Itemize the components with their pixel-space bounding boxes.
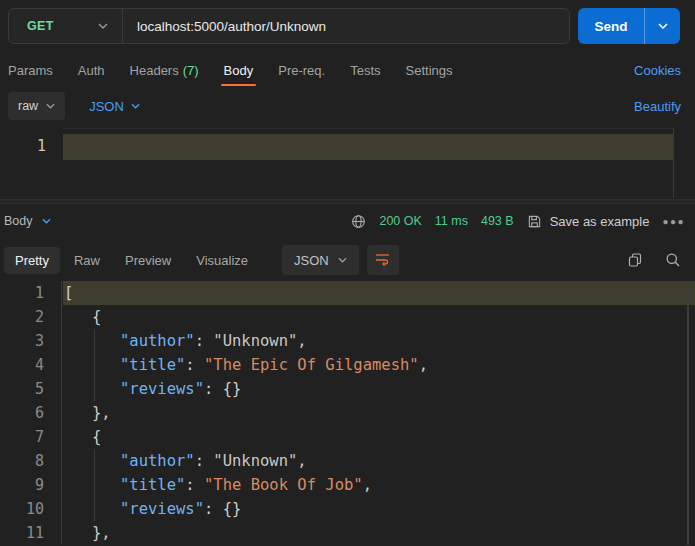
code-line: 7 { [0, 425, 695, 449]
response-time[interactable]: 11 ms [435, 214, 468, 228]
code-line: 3 "author": "Unknown", [0, 329, 695, 353]
code-line: 1[ [0, 281, 695, 305]
response-meta-bar: Body 200 OK 11 ms 493 B Save as e [0, 205, 695, 237]
line-number: 7 [0, 425, 62, 449]
request-body-editor[interactable]: 1 [0, 128, 695, 198]
editor-top-border [63, 128, 673, 129]
method-select[interactable]: GET [9, 9, 123, 43]
headers-count-badge: (7) [183, 63, 199, 78]
response-body-viewer[interactable]: 1[2 {3 "author": "Unknown",4 "title": "T… [0, 281, 695, 546]
cookies-link[interactable]: Cookies [634, 63, 681, 78]
chevron-down-icon [46, 103, 55, 109]
network-globe-icon[interactable] [351, 214, 366, 229]
response-code: 1[2 {3 "author": "Unknown",4 "title": "T… [0, 281, 695, 545]
line-number: 9 [0, 473, 62, 497]
line-number: 8 [0, 449, 62, 473]
send-button-group: Send [578, 8, 680, 44]
body-format-select[interactable]: raw [8, 92, 65, 120]
line-number: 2 [0, 305, 62, 329]
tab-settings[interactable]: Settings [406, 54, 453, 86]
response-tab-preview[interactable]: Preview [114, 247, 182, 274]
tab-tests[interactable]: Tests [350, 54, 380, 86]
tab-headers-label: Headers [130, 63, 179, 78]
save-icon [527, 214, 542, 229]
response-body-select[interactable]: Body [4, 214, 51, 228]
response-tab-pretty[interactable]: Pretty [4, 247, 60, 274]
tab-params[interactable]: Params [8, 54, 53, 86]
response-language-label: JSON [294, 253, 329, 268]
code-line: 4 "title": "The Epic Of Gilgamesh", [0, 353, 695, 377]
body-format-label: raw [18, 99, 38, 113]
send-button[interactable]: Send [578, 8, 644, 44]
url-input[interactable]: localhost:5000/author/Unknown [123, 19, 326, 34]
more-options-icon[interactable]: ●●● [662, 216, 685, 227]
response-body-label: Body [4, 214, 33, 228]
body-language-select[interactable]: JSON [89, 99, 140, 114]
body-toolbar: raw JSON Beautify [0, 90, 695, 122]
tab-body[interactable]: Body [224, 54, 254, 86]
code-line: 6 }, [0, 401, 695, 425]
line-number: 4 [0, 353, 62, 377]
search-icon[interactable] [665, 252, 681, 268]
line-number: 3 [0, 329, 62, 353]
line-number: 11 [0, 521, 62, 545]
line-number: 1 [0, 281, 62, 305]
save-as-example-label: Save as example [550, 214, 650, 229]
line-number: 5 [0, 377, 62, 401]
tab-headers[interactable]: Headers (7) [130, 54, 199, 86]
response-tab-raw[interactable]: Raw [63, 247, 111, 274]
wrap-text-icon [375, 252, 390, 269]
save-as-example-button[interactable]: Save as example [527, 214, 650, 229]
code-line: 11 }, [0, 521, 695, 545]
line-number: 10 [0, 497, 62, 521]
response-tab-visualize[interactable]: Visualize [185, 247, 259, 274]
send-options-button[interactable] [644, 8, 680, 44]
chevron-down-icon [42, 218, 51, 224]
chevron-down-icon [338, 257, 347, 263]
active-line-highlight [63, 134, 673, 160]
tab-pre-request[interactable]: Pre-req. [278, 54, 325, 86]
code-line: 9 "title": "The Book Of Job", [0, 473, 695, 497]
chevron-down-icon [98, 23, 108, 29]
response-size[interactable]: 493 B [481, 214, 514, 228]
code-line: 8 "author": "Unknown", [0, 449, 695, 473]
copy-icon[interactable] [627, 252, 643, 268]
chevron-down-icon [131, 103, 140, 109]
response-status[interactable]: 200 OK [379, 214, 421, 228]
beautify-link[interactable]: Beautify [634, 99, 681, 114]
line-number: 1 [0, 137, 46, 155]
wrap-text-button[interactable] [367, 245, 399, 275]
code-line: 2 { [0, 305, 695, 329]
response-scrollbar[interactable] [687, 283, 689, 545]
line-number: 6 [0, 401, 62, 425]
request-editor-scrollbar[interactable] [673, 128, 674, 198]
chevron-down-icon [658, 23, 668, 29]
postman-request-view: GET localhost:5000/author/Unknown Send P… [0, 0, 695, 546]
response-language-select[interactable]: JSON [282, 245, 359, 275]
method-label: GET [27, 19, 54, 33]
url-bar: GET localhost:5000/author/Unknown [8, 8, 570, 44]
code-line: 5 "reviews": {} [0, 377, 695, 401]
body-language-label: JSON [89, 99, 124, 114]
tab-auth[interactable]: Auth [78, 54, 105, 86]
response-toolbar: Pretty Raw Preview Visualize JSON [0, 240, 695, 280]
pane-resize-handle[interactable] [0, 199, 695, 204]
request-tabs: Params Auth Headers (7) Body Pre-req. Te… [0, 54, 695, 86]
code-line: 10 "reviews": {} [0, 497, 695, 521]
